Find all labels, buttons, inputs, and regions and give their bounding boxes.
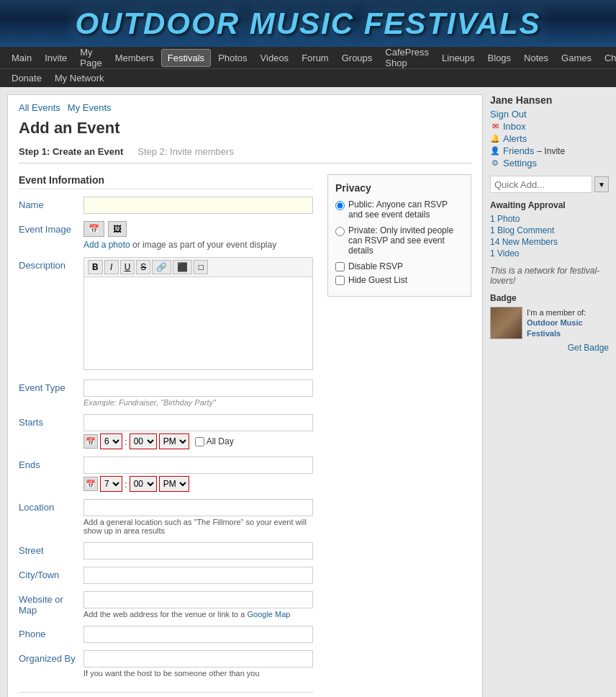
organized-by-label: Organized By	[19, 650, 83, 664]
start-date-input[interactable]: 10/26/2010	[83, 414, 313, 431]
badge-title: Badge	[490, 293, 609, 303]
event-type-input[interactable]	[83, 379, 313, 397]
nav-chat[interactable]: Chat	[599, 50, 616, 66]
page-title: Add an Event	[19, 119, 471, 138]
content-area: All Events My Events Add an Event Step 1…	[7, 94, 483, 697]
phone-field	[83, 626, 313, 643]
name-input[interactable]	[83, 197, 313, 214]
start-ampm-select[interactable]: PM AM	[159, 433, 189, 449]
event-image-label: Event Image	[19, 221, 83, 235]
google-map-link[interactable]: Google Map	[247, 610, 290, 619]
end-ampm-select[interactable]: PM AM	[159, 476, 189, 492]
public-radio-row: Public: Anyone can RSVP and see event de…	[335, 199, 463, 220]
breadcrumb-all-events[interactable]: All Events	[19, 102, 60, 113]
sidebar-inbox[interactable]: ✉ Inbox	[490, 121, 609, 132]
end-minute-select[interactable]: 00	[130, 476, 157, 492]
sidebar-alerts[interactable]: 🔔 Alerts	[490, 133, 609, 144]
end-calendar-icon[interactable]: 📅	[83, 477, 98, 491]
website-row: Website or Map http:// Add the web addre…	[19, 591, 313, 619]
start-hour-select[interactable]: 6	[100, 433, 122, 449]
nav-notes[interactable]: Notes	[518, 50, 554, 66]
end-hour-select[interactable]: 7	[100, 476, 122, 492]
nav-forum[interactable]: Forum	[296, 50, 335, 66]
sidebar-signout[interactable]: Sign Out	[490, 109, 609, 120]
nav-cafepress[interactable]: CafePress Shop	[379, 44, 435, 71]
rte-clear[interactable]: □	[194, 260, 208, 274]
organized-by-input[interactable]: Jane Hansen	[83, 650, 313, 667]
description-row: Description B I U S 🔗 ⬛ □	[19, 257, 313, 372]
awaiting-photo[interactable]: 1 Photo	[490, 214, 609, 224]
private-radio[interactable]	[335, 227, 345, 236]
event-type-hint: Example: Fundraiser, "Birthday Party"	[83, 398, 313, 407]
awaiting-list: 1 Photo 1 Blog Comment 14 New Members 1 …	[490, 214, 609, 258]
allday-checkbox[interactable]	[195, 437, 204, 446]
phone-input[interactable]	[83, 626, 313, 643]
awaiting-title: Awaiting Approval	[490, 200, 609, 210]
quick-add-input[interactable]	[490, 176, 592, 193]
nav-main[interactable]: Main	[6, 50, 37, 66]
event-type-label: Event Type	[19, 379, 83, 393]
nav-photos[interactable]: Photos	[212, 50, 253, 66]
end-date-input[interactable]: 10/26/2010	[83, 457, 313, 474]
nav-donate[interactable]: Donate	[6, 70, 47, 86]
nav-festivals[interactable]: Festivals	[161, 49, 211, 67]
city-input[interactable]	[83, 567, 313, 584]
nav-invite[interactable]: Invite	[39, 50, 73, 66]
start-calendar-icon[interactable]: 📅	[83, 434, 98, 449]
nav-lineups[interactable]: Lineups	[436, 50, 481, 66]
image-calendar-btn[interactable]: 📅	[83, 221, 104, 237]
sidebar-username: Jane Hansen	[490, 94, 609, 106]
website-label: Website or Map	[19, 591, 83, 616]
rte-italic[interactable]: I	[104, 260, 119, 274]
sidebar-settings[interactable]: ⚙ Settings	[490, 158, 609, 168]
hide-guest-checkbox[interactable]	[335, 276, 345, 285]
image-photo-btn[interactable]: 🖼	[108, 221, 127, 237]
phone-label: Phone	[19, 626, 83, 639]
person-icon: 👤	[490, 146, 500, 156]
nav-videos[interactable]: Videos	[255, 50, 295, 66]
nav-mypage[interactable]: My Page	[74, 44, 107, 71]
start-minute-select[interactable]: 00	[130, 433, 157, 449]
awaiting-blog-comment[interactable]: 1 Blog Comment	[490, 225, 609, 235]
get-badge-link[interactable]: Get Badge	[490, 343, 609, 353]
ends-label: Ends	[19, 457, 83, 470]
nav-groups[interactable]: Groups	[336, 50, 379, 66]
city-row: City/Town	[19, 567, 313, 584]
public-radio[interactable]	[335, 201, 345, 210]
location-input[interactable]	[83, 499, 313, 516]
badge-avatar	[490, 307, 522, 339]
city-label: City/Town	[19, 567, 83, 580]
badge-text: I'm a member of: Outdoor Music Festivals	[527, 307, 609, 338]
rte-underline[interactable]: U	[120, 260, 135, 274]
allday-label[interactable]: All Day	[195, 436, 234, 446]
nav-blogs[interactable]: Blogs	[482, 50, 517, 66]
form-left: Event Information Name Event Image 📅 🖼	[19, 174, 313, 697]
description-input[interactable]	[83, 276, 313, 370]
starts-label: Starts	[19, 414, 83, 428]
rte-bold[interactable]: B	[88, 260, 103, 274]
nav-members[interactable]: Members	[109, 50, 160, 66]
website-input[interactable]: http://	[83, 591, 313, 608]
badge-network-name: Outdoor Music Festivals	[527, 318, 583, 337]
sidebar-friends[interactable]: 👤 Friends – Invite	[490, 145, 609, 156]
nav-games[interactable]: Games	[556, 50, 597, 66]
hide-guest-label: Hide Guest List	[348, 275, 407, 285]
add-photo-link[interactable]: Add a photo	[83, 240, 130, 250]
rte-strikethrough[interactable]: S	[136, 260, 150, 274]
image-buttons: 📅 🖼	[83, 221, 313, 237]
awaiting-new-members[interactable]: 14 New Members	[490, 237, 609, 247]
disable-rsvp-checkbox[interactable]	[335, 262, 345, 271]
rte-link[interactable]: 🔗	[152, 260, 171, 274]
street-input[interactable]	[83, 542, 313, 559]
breadcrumb: All Events My Events	[19, 102, 471, 113]
awaiting-video[interactable]: 1 Video	[490, 248, 609, 258]
quick-add-button[interactable]: ▼	[594, 176, 609, 192]
phone-row: Phone	[19, 626, 313, 643]
breadcrumb-my-events[interactable]: My Events	[68, 102, 112, 113]
disable-rsvp-label: Disable RSVP	[348, 261, 403, 271]
rte-block[interactable]: ⬛	[173, 260, 192, 274]
sidebar-links: Sign Out ✉ Inbox 🔔 Alerts 👤 Friends – In…	[490, 109, 609, 168]
organized-by-row: Organized By Jane Hansen If you want the…	[19, 650, 313, 678]
organized-by-hint: If you want the host to be someone other…	[83, 669, 313, 678]
nav-mynetwork[interactable]: My Network	[49, 70, 110, 86]
